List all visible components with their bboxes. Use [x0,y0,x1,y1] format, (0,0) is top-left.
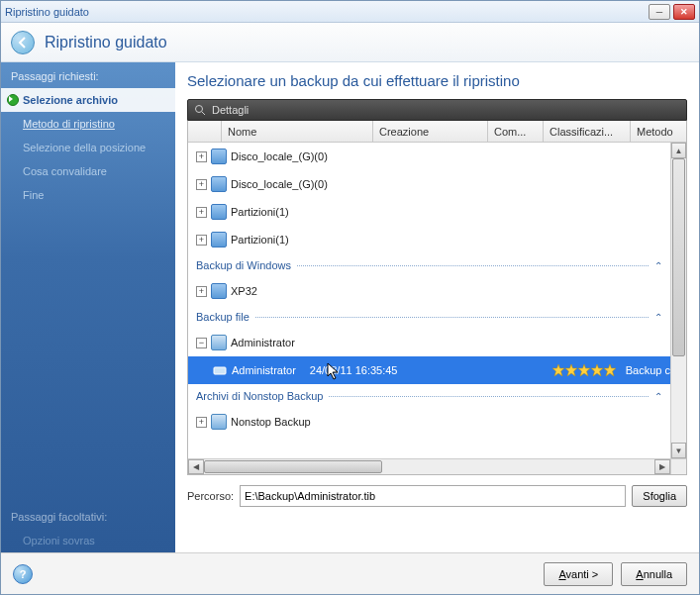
col-comment[interactable]: Com... [488,121,544,142]
titlebar: Ripristino guidato ─ ✕ [1,1,699,23]
svg-point-0 [196,106,203,113]
item-label: Partizioni(1) [231,234,289,246]
col-classification[interactable]: Classificazi... [544,121,631,142]
star-icon [591,364,603,376]
browse-button[interactable]: Sfoglia [632,485,687,507]
next-button[interactable]: Avanti > [544,562,613,586]
item-label: Administrator [231,337,295,348]
disk-icon [211,283,227,299]
expand-icon[interactable]: + [196,179,207,190]
disk-icon [211,204,227,220]
minimize-button[interactable]: ─ [649,4,670,20]
item-label: Disco_locale_(G)(0) [231,150,328,162]
rating-stars [552,364,616,376]
sidebar-spacer [1,207,175,503]
wizard-header: Ripristino guidato [1,23,699,62]
scroll-thumb[interactable] [204,460,382,473]
back-button[interactable] [11,31,35,54]
help-button[interactable]: ? [13,564,33,584]
scroll-up-icon[interactable]: ▲ [671,143,686,158]
scroll-left-icon[interactable]: ◀ [188,459,204,474]
tree-view: + Disco_locale_(G)(0) + Disco_locale_(G)… [188,143,686,474]
step-validate[interactable]: Cosa convalidare [1,159,175,183]
col-spacer [188,121,222,142]
tree-rows: + Disco_locale_(G)(0) + Disco_locale_(G)… [188,143,670,458]
tree-item-selected[interactable]: Administrator 24/08/11 16:35:45 Backup c [188,356,670,384]
scroll-down-icon[interactable]: ▼ [671,443,686,458]
optional-steps-label: Passaggi facoltativi: [1,503,175,529]
collapse-icon[interactable]: − [196,338,207,348]
close-button[interactable]: ✕ [673,4,695,20]
disk-icon [211,232,227,248]
tree-item[interactable]: + XP32 [188,277,670,305]
scroll-track[interactable] [204,459,654,474]
window-controls: ─ ✕ [649,4,695,20]
group-nonstop-backup[interactable]: Archivi di Nonstop Backup ⌃ [188,384,670,408]
group-windows-backup[interactable]: Backup di Windows ⌃ [188,253,670,277]
expand-icon[interactable]: + [196,286,207,297]
svg-line-1 [202,112,205,115]
col-created[interactable]: Creazione [373,121,488,142]
required-steps-label: Passaggi richiesti: [1,62,175,88]
step-overwrite-options[interactable]: Opzioni sovras [1,529,175,552]
tree-item[interactable]: + Partizioni(1) [188,226,670,253]
computer-icon [211,335,227,350]
path-row: Percorso: Sfoglia [187,485,687,507]
item-label: Nonstop Backup [231,416,311,428]
chevron-up-icon[interactable]: ⌃ [654,260,662,271]
step-finish[interactable]: Fine [1,183,175,207]
col-name[interactable]: Nome [222,121,373,142]
details-label[interactable]: Dettagli [212,104,249,116]
wizard-window: Ripristino guidato ─ ✕ Ripristino guidat… [0,0,700,595]
expand-icon[interactable]: + [196,417,207,428]
item-label: Administrator [232,364,306,376]
tree-item[interactable]: + Disco_locale_(G)(0) [188,170,670,198]
cancel-button[interactable]: Annulla [621,562,687,586]
tree-item[interactable]: + Partizioni(1) [188,198,670,226]
computer-icon [211,414,227,430]
item-label: Disco_locale_(G)(0) [231,178,328,190]
expand-icon[interactable]: + [196,235,207,246]
group-label: Backup di Windows [196,259,291,271]
group-label: Archivi di Nonstop Backup [196,390,323,402]
group-divider [255,317,649,318]
tree-item-administrator[interactable]: − Administrator [188,329,670,356]
star-icon [578,364,590,376]
wizard-title: Ripristino guidato [45,34,167,51]
star-icon [552,364,564,376]
wizard-body: Passaggi richiesti: Selezione archivio M… [1,62,699,552]
path-input[interactable] [240,485,626,507]
scroll-thumb[interactable] [672,158,685,356]
item-label: Partizioni(1) [231,206,289,218]
item-date: 24/08/11 16:35:45 [310,364,429,376]
group-divider [329,396,649,397]
horizontal-scrollbar[interactable]: ◀ ▶ [188,458,670,474]
expand-icon[interactable]: + [196,151,207,162]
tree-item[interactable]: + Disco_locale_(G)(0) [188,143,670,170]
star-icon [565,364,577,376]
group-backup-file[interactable]: Backup file ⌃ [188,305,670,329]
tree-item[interactable]: + Nonstop Backup [188,408,670,436]
step-restore-method[interactable]: Metodo di ripristino [1,112,175,136]
tree-panel: Nome Creazione Com... Classificazi... Me… [187,121,687,475]
footer: ? Avanti > Annulla [1,552,699,594]
step-select-archive[interactable]: Selezione archivio [1,88,175,112]
group-divider [297,265,649,266]
svg-rect-2 [214,367,226,374]
column-headers: Nome Creazione Com... Classificazi... Me… [188,121,686,143]
drive-icon [212,362,228,378]
step-select-position[interactable]: Selezione della posizione [1,136,175,159]
scroll-track[interactable] [671,158,686,443]
col-method[interactable]: Metodo [631,121,686,142]
optional-steps: Opzioni sovras [1,529,175,552]
vertical-scrollbar[interactable]: ▲ ▼ [670,143,686,458]
expand-icon[interactable]: + [196,207,207,218]
page-heading: Selezionare un backup da cui effettuare … [187,72,687,89]
scroll-right-icon[interactable]: ▶ [654,459,670,474]
item-method: Backup c [626,364,670,376]
main-content: Selezionare un backup da cui effettuare … [175,62,699,552]
chevron-up-icon[interactable]: ⌃ [654,391,662,402]
details-toolbar: Dettagli [187,99,687,121]
disk-icon [211,149,227,164]
chevron-up-icon[interactable]: ⌃ [654,312,662,323]
